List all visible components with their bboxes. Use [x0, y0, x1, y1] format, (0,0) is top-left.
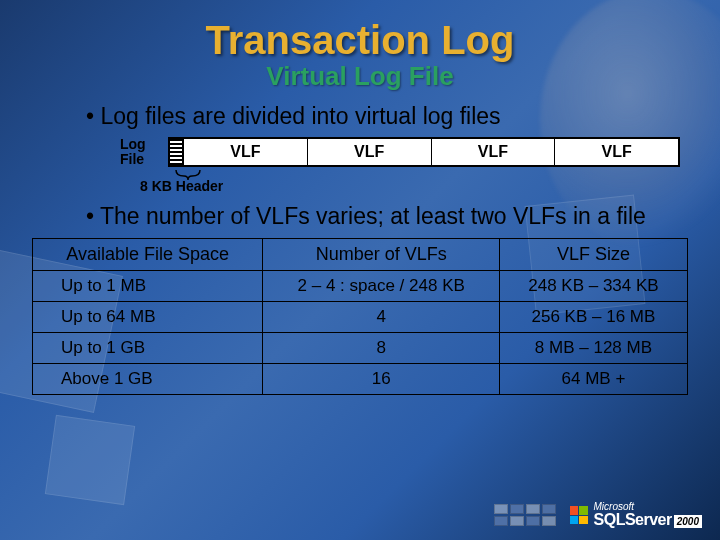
table-cell: 248 KB – 334 KB [499, 271, 687, 302]
logo-text: Microsoft SQLServer2000 [594, 502, 702, 528]
table-header: VLF Size [499, 239, 687, 271]
vlf-segment: VLF [555, 139, 678, 165]
table-cell: Above 1 GB [33, 364, 263, 395]
brand-year: 2000 [674, 515, 702, 528]
slide-title: Transaction Log [32, 18, 688, 63]
vlf-segment: VLF [432, 139, 556, 165]
table-cell: 256 KB – 16 MB [499, 302, 687, 333]
vlf-header-stripe [170, 139, 184, 165]
table-header: Number of VLFs [263, 239, 499, 271]
table-cell: 8 [263, 333, 499, 364]
slide-container: Transaction Log Virtual Log File Log fil… [0, 0, 720, 540]
vlf-segment: VLF [308, 139, 432, 165]
table-header: Available File Space [33, 239, 263, 271]
table-cell: 64 MB + [499, 364, 687, 395]
header-caption: 8 KB Header [140, 178, 688, 194]
microsoft-flag-icon [570, 506, 588, 524]
table-cell: 16 [263, 364, 499, 395]
brand-big: SQLServer [594, 511, 672, 528]
table-header-row: Available File Space Number of VLFs VLF … [33, 239, 688, 271]
table-row: Up to 64 MB 4 256 KB – 16 MB [33, 302, 688, 333]
vlf-size-table: Available File Space Number of VLFs VLF … [32, 238, 688, 395]
table-row: Up to 1 MB 2 – 4 : space / 248 KB 248 KB… [33, 271, 688, 302]
table-cell: Up to 1 MB [33, 271, 263, 302]
log-file-diagram: Log File VLF VLF VLF VLF [120, 137, 680, 168]
log-file-label: Log File [120, 137, 168, 168]
brace-icon [168, 168, 208, 180]
sql-server-logo: Microsoft SQLServer2000 [570, 502, 702, 528]
footer-branding: Microsoft SQLServer2000 [494, 502, 702, 528]
vlf-bar: VLF VLF VLF VLF [168, 137, 680, 167]
table-row: Up to 1 GB 8 8 MB – 128 MB [33, 333, 688, 364]
slide-content: Log files are divided into virtual log f… [32, 102, 688, 395]
table-cell: 4 [263, 302, 499, 333]
bullet-1: Log files are divided into virtual log f… [32, 102, 688, 131]
table-cell: 2 – 4 : space / 248 KB [263, 271, 499, 302]
table-row: Above 1 GB 16 64 MB + [33, 364, 688, 395]
vlf-segment: VLF [184, 139, 308, 165]
table-cell: 8 MB – 128 MB [499, 333, 687, 364]
footer-blocks-icon [494, 504, 556, 526]
bullet-2: The number of VLFs varies; at least two … [32, 202, 688, 231]
table-cell: Up to 1 GB [33, 333, 263, 364]
slide-subtitle: Virtual Log File [32, 61, 688, 92]
table-cell: Up to 64 MB [33, 302, 263, 333]
